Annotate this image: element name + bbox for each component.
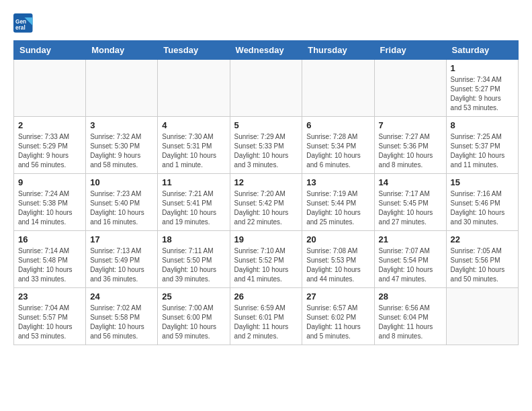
day-info: Sunrise: 7:07 AM Sunset: 5:54 PM Dayligh… <box>379 246 442 284</box>
day-header-monday: Monday <box>86 41 158 60</box>
day-header-sunday: Sunday <box>14 41 86 60</box>
day-number: 7 <box>379 120 442 130</box>
logo: Gen eral <box>13 13 36 34</box>
calendar-cell: 5Sunrise: 7:29 AM Sunset: 5:33 PM Daylig… <box>230 117 302 174</box>
day-info: Sunrise: 7:27 AM Sunset: 5:36 PM Dayligh… <box>379 132 442 170</box>
calendar-cell: 10Sunrise: 7:23 AM Sunset: 5:40 PM Dayli… <box>86 174 158 231</box>
calendar-cell: 13Sunrise: 7:19 AM Sunset: 5:44 PM Dayli… <box>302 174 374 231</box>
calendar-cell: 3Sunrise: 7:32 AM Sunset: 5:30 PM Daylig… <box>86 117 158 174</box>
day-info: Sunrise: 7:00 AM Sunset: 6:00 PM Dayligh… <box>162 304 225 341</box>
day-number: 6 <box>306 120 369 130</box>
calendar-cell: 12Sunrise: 7:20 AM Sunset: 5:42 PM Dayli… <box>230 174 302 231</box>
calendar-cell: 24Sunrise: 7:02 AM Sunset: 5:58 PM Dayli… <box>86 288 158 345</box>
day-info: Sunrise: 7:02 AM Sunset: 5:58 PM Dayligh… <box>90 304 153 341</box>
calendar-cell: 15Sunrise: 7:16 AM Sunset: 5:46 PM Dayli… <box>446 174 518 231</box>
day-header-saturday: Saturday <box>446 41 518 60</box>
logo-icon: Gen eral <box>13 13 34 34</box>
day-number: 27 <box>306 291 369 302</box>
calendar-cell: 28Sunrise: 6:56 AM Sunset: 6:04 PM Dayli… <box>374 288 446 345</box>
calendar-cell: 1Sunrise: 7:34 AM Sunset: 5:27 PM Daylig… <box>446 60 518 117</box>
calendar-cell: 9Sunrise: 7:24 AM Sunset: 5:38 PM Daylig… <box>14 174 86 231</box>
day-number: 5 <box>234 120 298 130</box>
day-number: 3 <box>90 120 153 130</box>
day-info: Sunrise: 7:29 AM Sunset: 5:33 PM Dayligh… <box>234 132 298 170</box>
day-header-tuesday: Tuesday <box>158 41 230 60</box>
day-number: 21 <box>379 234 442 244</box>
calendar-cell: 26Sunrise: 6:59 AM Sunset: 6:01 PM Dayli… <box>230 288 302 345</box>
calendar-cell: 22Sunrise: 7:05 AM Sunset: 5:56 PM Dayli… <box>446 231 518 288</box>
calendar-cell <box>374 60 446 117</box>
calendar-cell <box>230 60 302 117</box>
day-number: 17 <box>90 234 153 244</box>
day-info: Sunrise: 7:14 AM Sunset: 5:48 PM Dayligh… <box>18 246 81 284</box>
calendar-cell: 19Sunrise: 7:10 AM Sunset: 5:52 PM Dayli… <box>230 231 302 288</box>
day-info: Sunrise: 7:25 AM Sunset: 5:37 PM Dayligh… <box>451 132 514 170</box>
day-info: Sunrise: 7:08 AM Sunset: 5:53 PM Dayligh… <box>306 246 369 284</box>
day-number: 26 <box>234 291 298 302</box>
calendar-week-5: 23Sunrise: 7:04 AM Sunset: 5:57 PM Dayli… <box>14 288 519 345</box>
day-number: 18 <box>162 234 225 244</box>
day-number: 1 <box>451 63 514 73</box>
day-number: 28 <box>379 291 442 302</box>
calendar-cell: 4Sunrise: 7:30 AM Sunset: 5:31 PM Daylig… <box>158 117 230 174</box>
day-info: Sunrise: 7:32 AM Sunset: 5:30 PM Dayligh… <box>90 132 153 170</box>
calendar-cell <box>86 60 158 117</box>
calendar-cell <box>446 288 518 345</box>
day-number: 25 <box>162 291 225 302</box>
day-number: 20 <box>306 234 369 244</box>
day-info: Sunrise: 7:28 AM Sunset: 5:34 PM Dayligh… <box>306 132 369 170</box>
calendar-cell: 17Sunrise: 7:13 AM Sunset: 5:49 PM Dayli… <box>86 231 158 288</box>
day-number: 23 <box>18 291 81 302</box>
calendar-cell: 16Sunrise: 7:14 AM Sunset: 5:48 PM Dayli… <box>14 231 86 288</box>
day-number: 11 <box>162 177 225 187</box>
day-number: 8 <box>451 120 514 130</box>
day-number: 15 <box>451 177 514 187</box>
calendar-cell: 8Sunrise: 7:25 AM Sunset: 5:37 PM Daylig… <box>446 117 518 174</box>
calendar-cell: 14Sunrise: 7:17 AM Sunset: 5:45 PM Dayli… <box>374 174 446 231</box>
day-info: Sunrise: 7:04 AM Sunset: 5:57 PM Dayligh… <box>18 304 81 341</box>
day-header-wednesday: Wednesday <box>230 41 302 60</box>
svg-text:eral: eral <box>15 25 26 31</box>
day-info: Sunrise: 6:56 AM Sunset: 6:04 PM Dayligh… <box>379 304 442 341</box>
calendar-cell <box>302 60 374 117</box>
day-number: 9 <box>18 177 81 187</box>
day-info: Sunrise: 7:11 AM Sunset: 5:50 PM Dayligh… <box>162 246 225 284</box>
day-header-friday: Friday <box>374 41 446 60</box>
calendar-cell: 7Sunrise: 7:27 AM Sunset: 5:36 PM Daylig… <box>374 117 446 174</box>
calendar-header-row: SundayMondayTuesdayWednesdayThursdayFrid… <box>14 41 519 60</box>
day-number: 16 <box>18 234 81 244</box>
svg-text:Gen: Gen <box>15 19 26 25</box>
day-info: Sunrise: 7:34 AM Sunset: 5:27 PM Dayligh… <box>451 75 514 113</box>
day-info: Sunrise: 7:30 AM Sunset: 5:31 PM Dayligh… <box>162 132 225 170</box>
day-info: Sunrise: 7:19 AM Sunset: 5:44 PM Dayligh… <box>306 189 369 227</box>
day-number: 13 <box>306 177 369 187</box>
day-info: Sunrise: 7:21 AM Sunset: 5:41 PM Dayligh… <box>162 189 225 227</box>
calendar: SundayMondayTuesdayWednesdayThursdayFrid… <box>13 40 519 345</box>
day-number: 22 <box>451 234 514 244</box>
day-number: 12 <box>234 177 298 187</box>
day-info: Sunrise: 7:20 AM Sunset: 5:42 PM Dayligh… <box>234 189 298 227</box>
calendar-cell: 21Sunrise: 7:07 AM Sunset: 5:54 PM Dayli… <box>374 231 446 288</box>
day-info: Sunrise: 7:24 AM Sunset: 5:38 PM Dayligh… <box>18 189 81 227</box>
calendar-cell: 25Sunrise: 7:00 AM Sunset: 6:00 PM Dayli… <box>158 288 230 345</box>
day-info: Sunrise: 7:33 AM Sunset: 5:29 PM Dayligh… <box>18 132 81 170</box>
calendar-cell: 11Sunrise: 7:21 AM Sunset: 5:41 PM Dayli… <box>158 174 230 231</box>
day-info: Sunrise: 7:17 AM Sunset: 5:45 PM Dayligh… <box>379 189 442 227</box>
day-number: 10 <box>90 177 153 187</box>
calendar-week-3: 9Sunrise: 7:24 AM Sunset: 5:38 PM Daylig… <box>14 174 519 231</box>
day-number: 19 <box>234 234 298 244</box>
calendar-cell: 20Sunrise: 7:08 AM Sunset: 5:53 PM Dayli… <box>302 231 374 288</box>
day-info: Sunrise: 6:57 AM Sunset: 6:02 PM Dayligh… <box>306 304 369 341</box>
day-info: Sunrise: 6:59 AM Sunset: 6:01 PM Dayligh… <box>234 304 298 341</box>
day-number: 4 <box>162 120 225 130</box>
calendar-cell: 6Sunrise: 7:28 AM Sunset: 5:34 PM Daylig… <box>302 117 374 174</box>
day-info: Sunrise: 7:16 AM Sunset: 5:46 PM Dayligh… <box>451 189 514 227</box>
calendar-cell <box>158 60 230 117</box>
day-info: Sunrise: 7:10 AM Sunset: 5:52 PM Dayligh… <box>234 246 298 284</box>
calendar-cell: 27Sunrise: 6:57 AM Sunset: 6:02 PM Dayli… <box>302 288 374 345</box>
day-info: Sunrise: 7:05 AM Sunset: 5:56 PM Dayligh… <box>451 246 514 284</box>
calendar-week-2: 2Sunrise: 7:33 AM Sunset: 5:29 PM Daylig… <box>14 117 519 174</box>
calendar-cell: 18Sunrise: 7:11 AM Sunset: 5:50 PM Dayli… <box>158 231 230 288</box>
day-info: Sunrise: 7:13 AM Sunset: 5:49 PM Dayligh… <box>90 246 153 284</box>
calendar-cell: 2Sunrise: 7:33 AM Sunset: 5:29 PM Daylig… <box>14 117 86 174</box>
